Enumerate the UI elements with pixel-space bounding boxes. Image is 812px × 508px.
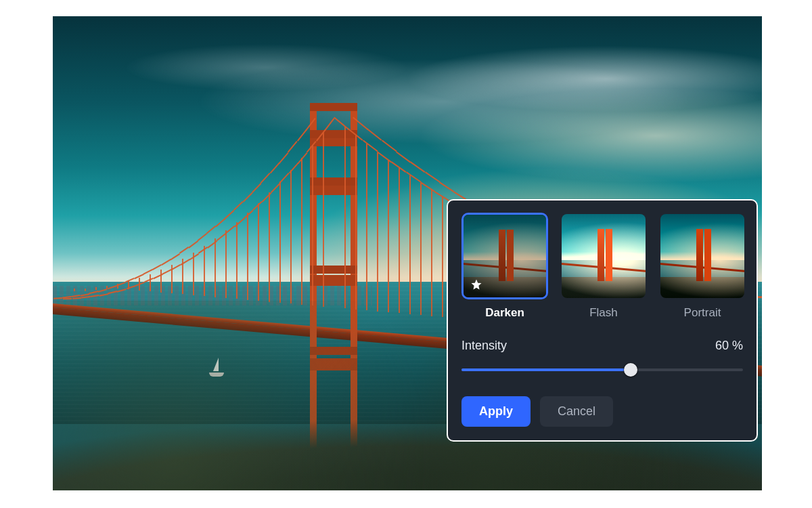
intensity-slider[interactable]: [461, 362, 743, 377]
intensity-value: 60 %: [715, 339, 743, 353]
filter-label: Flash: [560, 306, 647, 320]
filter-thumbnail-portrait: [659, 213, 746, 299]
apply-button[interactable]: Apply: [461, 396, 531, 427]
filter-label: Portrait: [659, 306, 746, 320]
cancel-button[interactable]: Cancel: [540, 396, 613, 427]
intensity-label: Intensity: [461, 339, 507, 353]
slider-fill: [461, 368, 631, 371]
filter-thumbnail-flash: [560, 213, 647, 299]
filter-panel: Darken Flash Portrait Intensity 60 %: [447, 199, 758, 442]
filter-label: Darken: [461, 306, 548, 320]
slider-thumb[interactable]: [624, 363, 637, 377]
filter-option-flash[interactable]: Flash: [560, 213, 647, 320]
filter-option-darken[interactable]: Darken: [461, 213, 548, 320]
favorite-star-icon: [469, 277, 484, 292]
filter-thumbnail-darken: [461, 213, 548, 299]
filter-option-portrait[interactable]: Portrait: [659, 213, 746, 320]
filter-thumbnails: Darken Flash Portrait: [461, 213, 743, 320]
